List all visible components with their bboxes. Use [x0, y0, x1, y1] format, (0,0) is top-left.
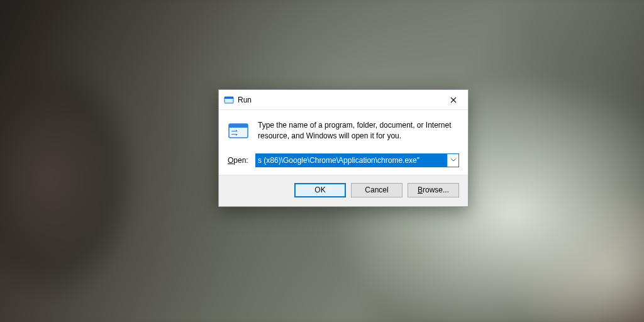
chevron-down-icon [451, 158, 456, 162]
browse-button[interactable]: Browse... [408, 183, 459, 197]
cancel-button[interactable]: Cancel [351, 183, 402, 197]
open-combobox[interactable] [255, 153, 459, 167]
run-large-icon [228, 120, 249, 142]
ok-button[interactable]: OK [294, 183, 346, 197]
svg-rect-3 [229, 124, 248, 128]
dialog-description: Type the name of a program, folder, docu… [258, 120, 459, 142]
run-dialog: Run Type the name of a program, folder, … [218, 89, 469, 207]
run-app-icon [224, 95, 234, 105]
dialog-title: Run [238, 96, 252, 104]
close-icon [450, 97, 457, 103]
svg-rect-1 [225, 97, 233, 99]
open-dropdown-button[interactable] [447, 154, 458, 167]
open-label: Open: [228, 156, 250, 165]
close-button[interactable] [439, 90, 468, 110]
titlebar[interactable]: Run [219, 90, 468, 110]
button-bar: OK Cancel Browse... [219, 175, 468, 206]
dialog-body: Type the name of a program, folder, docu… [219, 110, 468, 175]
open-input[interactable] [256, 154, 447, 167]
